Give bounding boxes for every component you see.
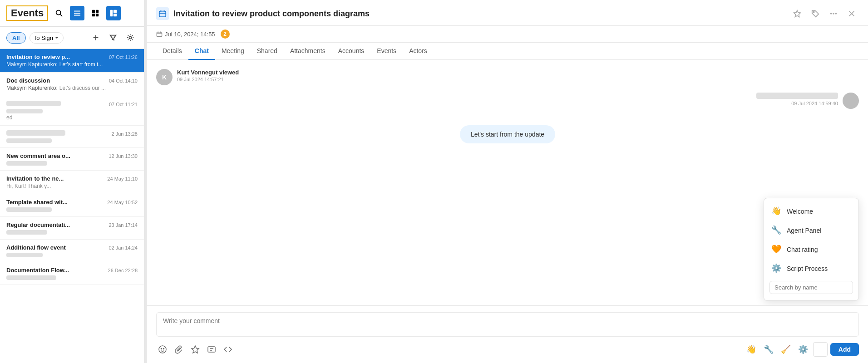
blurred-preview — [6, 253, 43, 257]
msg-content: Kurt Vonnegut viewed 09 Jul 2024 14:57:2… — [177, 69, 239, 82]
avatar-right — [843, 93, 859, 109]
chat-area: K Kurt Vonnegut viewed 09 Jul 2024 14:57… — [147, 60, 868, 305]
filter-all-button[interactable]: All — [6, 32, 26, 44]
wave-icon-btn[interactable]: 👋 — [744, 342, 759, 357]
sidebar-filters: All To Sign — [0, 27, 144, 49]
svg-marker-20 — [794, 10, 800, 17]
list-item[interactable]: 2 Jun 13:28 — [0, 126, 144, 148]
blurred-preview — [6, 161, 47, 166]
panel-button[interactable] — [106, 6, 121, 20]
attendee-badge: 2 — [221, 29, 230, 39]
close-button[interactable] — [844, 6, 859, 21]
dropdown-search-input[interactable] — [769, 281, 853, 294]
blurred-title — [6, 101, 61, 106]
tab-meeting[interactable]: Meeting — [215, 43, 251, 60]
comment-box: 👋 🔧 🧹 ⚙️ Add — [147, 305, 868, 363]
svg-rect-8 — [96, 14, 99, 16]
dropdown-item-chat-rating[interactable]: 🧡 Chat rating — [764, 240, 858, 259]
svg-rect-3 — [74, 13, 80, 14]
comment-input[interactable] — [156, 312, 859, 337]
svg-marker-34 — [192, 346, 199, 353]
svg-point-38 — [819, 347, 821, 348]
tools-icon-btn[interactable]: 🔧 — [761, 342, 776, 357]
star-comment-button[interactable] — [189, 343, 202, 356]
tab-chat[interactable]: Chat — [188, 43, 215, 60]
add-toolbar: 👋 🔧 🧹 ⚙️ Add — [744, 342, 859, 357]
svg-rect-2 — [74, 11, 80, 12]
tab-accounts[interactable]: Accounts — [332, 43, 371, 60]
more-options-btn[interactable] — [813, 342, 828, 357]
chat-center-message: Let's start from the update — [156, 125, 859, 143]
msg-bubble-center: Let's start from the update — [460, 125, 555, 143]
comment-toolbar: 👋 🔧 🧹 ⚙️ Add — [156, 342, 859, 357]
svg-point-23 — [833, 13, 834, 15]
svg-point-22 — [830, 13, 832, 15]
sidebar: Events All To Sign — [0, 0, 144, 363]
more-button[interactable] — [826, 6, 841, 21]
list-item[interactable]: Regular documentati... 23 Jan 17:14 — [0, 217, 144, 240]
main-panel: Invitation to review product components … — [147, 0, 868, 363]
chat-message-right: 09 Jul 2024 14:59:40 — [156, 93, 859, 109]
filter-button[interactable] — [106, 30, 120, 45]
blurred-preview — [6, 230, 47, 235]
svg-rect-7 — [92, 14, 95, 16]
list-item[interactable]: Documentation Flow... 26 Dec 22:28 — [0, 262, 144, 285]
list-item[interactable]: Template shared wit... 24 May 10:52 — [0, 194, 144, 217]
code-button[interactable] — [222, 343, 234, 356]
search-button[interactable] — [52, 6, 66, 20]
add-event-button[interactable] — [89, 30, 103, 45]
settings-button[interactable] — [123, 30, 138, 45]
svg-point-15 — [129, 36, 131, 39]
dropdown-item-agent-panel[interactable]: 🔧 Agent Panel — [764, 221, 858, 240]
filter-tosign-dropdown[interactable]: To Sign — [30, 32, 64, 44]
template-button[interactable] — [205, 343, 218, 356]
svg-line-1 — [60, 15, 63, 17]
dropdown-item-welcome[interactable]: 👋 Welcome — [764, 202, 858, 221]
emoji-button[interactable] — [156, 343, 169, 356]
svg-marker-14 — [110, 35, 116, 40]
list-item[interactable]: Invitation to the ne... 24 May 11:10 Hi,… — [0, 171, 144, 194]
list-item[interactable]: New comment area o... 12 Jun 13:30 — [0, 148, 144, 171]
add-button[interactable]: Add — [830, 343, 859, 356]
meta-row: Jul 10, 2024; 14:55 2 — [147, 26, 868, 43]
star-button[interactable] — [790, 6, 804, 21]
sidebar-header: Events — [0, 0, 144, 27]
svg-point-40 — [819, 351, 821, 352]
tabs-row: Details Chat Meeting Shared Attachments … — [147, 43, 868, 60]
svg-rect-35 — [208, 347, 215, 352]
svg-point-33 — [163, 348, 164, 349]
brush-icon-btn[interactable]: 🧹 — [779, 342, 793, 357]
svg-point-32 — [161, 348, 162, 349]
main-title: Invitation to review product components … — [173, 9, 370, 19]
attach-button[interactable] — [173, 343, 185, 356]
blurred-preview — [6, 109, 43, 113]
svg-rect-6 — [96, 10, 99, 13]
svg-point-39 — [819, 349, 821, 350]
chat-rating-icon: 🧡 — [771, 244, 782, 255]
main-header-left: Invitation to review product components … — [156, 7, 370, 20]
avatar: K — [156, 69, 173, 85]
list-item[interactable]: 07 Oct 11:21 ed — [0, 96, 144, 126]
gear-icon-btn[interactable]: ⚙️ — [796, 342, 810, 357]
tab-shared[interactable]: Shared — [251, 43, 284, 60]
list-view-button[interactable] — [70, 6, 84, 20]
main-header: Invitation to review product components … — [147, 0, 868, 26]
grid-view-button[interactable] — [88, 6, 103, 20]
svg-rect-4 — [74, 15, 80, 16]
list-item[interactable]: Invitation to review p... 07 Oct 11:26 M… — [0, 49, 144, 73]
svg-point-21 — [813, 11, 814, 13]
svg-rect-10 — [113, 10, 117, 13]
chat-message-left: K Kurt Vonnegut viewed 09 Jul 2024 14:57… — [156, 69, 859, 85]
list-item[interactable]: Additional flow event 02 Jan 14:24 — [0, 240, 144, 262]
tab-attachments[interactable]: Attachments — [284, 43, 332, 60]
event-icon — [156, 7, 169, 20]
meta-date: Jul 10, 2024; 14:55 — [156, 31, 215, 38]
msg-time: 09 Jul 2024 14:57:21 — [177, 77, 239, 82]
dropdown-item-script-process[interactable]: ⚙️ Script Process — [764, 259, 858, 278]
tab-details[interactable]: Details — [156, 43, 188, 60]
tag-button[interactable] — [808, 6, 823, 21]
list-item[interactable]: Doc discussion 04 Oct 14:10 Maksym Kaptu… — [0, 73, 144, 96]
tab-events[interactable]: Events — [370, 43, 403, 60]
tab-actors[interactable]: Actors — [403, 43, 434, 60]
svg-point-24 — [835, 13, 837, 15]
